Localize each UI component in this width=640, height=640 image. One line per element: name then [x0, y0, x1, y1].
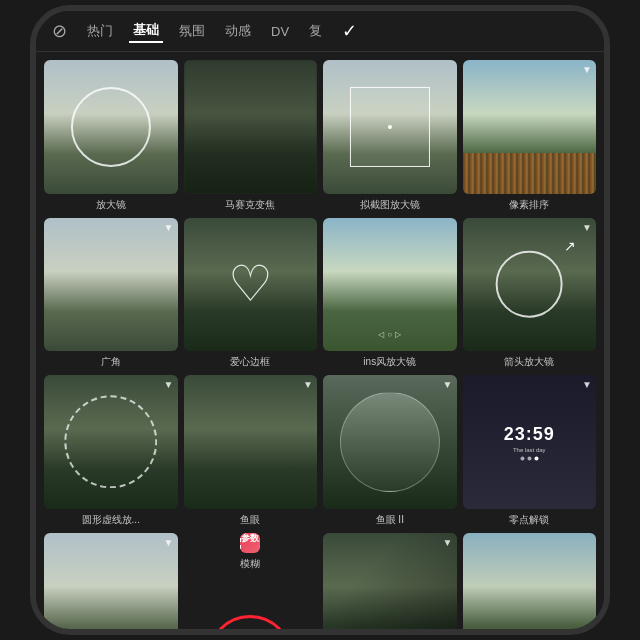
down-arrow-diagonal: ▼	[443, 537, 453, 548]
filter-ins-thumb: ◁ ○ ▷	[323, 218, 457, 352]
filter-fisheye-label: 鱼眼	[184, 513, 318, 527]
selected-indicator	[208, 615, 293, 629]
filter-mosaic-label: 马赛克变焦	[184, 198, 318, 212]
filter-fisheye2-thumb: ▼	[323, 375, 457, 509]
down-arrow-pixel: ▼	[582, 64, 592, 75]
clock-subtitle: The last day	[504, 446, 555, 452]
filter-watermark-block: 金符游戏 www.yikajinfu.com	[463, 533, 597, 630]
down-arrow-arrow: ▼	[582, 222, 592, 233]
clock-display: 23:59 The last day	[504, 423, 555, 460]
heart-icon: ♡	[228, 259, 273, 309]
filter-crop-magnify[interactable]: 拟截图放大镜	[323, 60, 457, 212]
filter-arrow[interactable]: ↗ ▼ 箭头放大镜	[463, 218, 597, 370]
filter-modou-wrapper: ⋮⋮ 调整参数 模糊	[184, 533, 318, 630]
modou-adjust-text: 调整参数	[240, 533, 260, 545]
filter-heart-thumb: ♡	[184, 218, 318, 352]
filter-circle-label: 圆形虚线放...	[44, 513, 178, 527]
filter-clock-thumb: 23:59 The last day ▼	[463, 375, 597, 509]
filter-arrow-label: 箭头放大镜	[463, 355, 597, 369]
filter-wide-thumb: ▼	[44, 218, 178, 352]
filter-ins[interactable]: ◁ ○ ▷ ins风放大镜	[323, 218, 457, 370]
tab-more[interactable]: 复	[305, 20, 326, 42]
tab-none[interactable]: ⊘	[52, 20, 67, 42]
filter-clock[interactable]: 23:59 The last day ▼ 零点解锁	[463, 375, 597, 527]
filter-wide-label: 广角	[44, 355, 178, 369]
clock-dot-2	[527, 456, 531, 460]
filter-arrow-thumb: ↗ ▼	[463, 218, 597, 352]
down-arrow-wide: ▼	[164, 222, 174, 233]
filter-modou[interactable]: ⋮⋮ 调整参数 模糊	[240, 533, 260, 571]
filter-mirror[interactable]: ▼ 镜像	[44, 533, 178, 630]
filter-fisheye2-label: 鱼眼 II	[323, 513, 457, 527]
filter-pixel-label: 像素排序	[463, 198, 597, 212]
tab-basic[interactable]: 基础	[129, 19, 163, 43]
tab-confirm[interactable]: ✓	[342, 20, 357, 42]
filter-fisheye2[interactable]: ▼ 鱼眼 II	[323, 375, 457, 527]
filter-magnify[interactable]: 放大镜	[44, 60, 178, 212]
filter-pixel[interactable]: ▼ 像素排序	[463, 60, 597, 212]
filter-circle-dashed-thumb: ▼	[44, 375, 178, 509]
clock-dot-3	[534, 456, 538, 460]
filter-magnify-label: 放大镜	[44, 198, 178, 212]
filter-pixel-thumb: ▼	[463, 60, 597, 194]
filter-fisheye-thumb: ▼	[184, 375, 318, 509]
clock-time: 23:59	[504, 423, 555, 444]
filter-clock-label: 零点解锁	[463, 513, 597, 527]
phone-frame: ⊘ 热门 基础 氛围 动感 DV 复 ✓ 放大镜	[30, 5, 610, 635]
filter-modou-label: 模糊	[240, 557, 260, 571]
filter-heart[interactable]: ♡ 爱心边框	[184, 218, 318, 370]
clock-dot-1	[520, 456, 524, 460]
tab-hot[interactable]: 热门	[83, 20, 117, 42]
filter-fisheye[interactable]: ▼ 鱼眼	[184, 375, 318, 527]
filter-mosaic-thumb	[184, 60, 318, 194]
clock-dots	[504, 456, 555, 460]
filter-diagonal[interactable]: ▼ 斜向模糊	[323, 533, 457, 630]
filter-magnify-thumb	[44, 60, 178, 194]
down-arrow-clock: ▼	[582, 379, 592, 390]
filter-tab-bar: ⊘ 热门 基础 氛围 动感 DV 复 ✓	[36, 11, 604, 52]
filter-ins-label: ins风放大镜	[323, 355, 457, 369]
down-arrow-mirror: ▼	[164, 537, 174, 548]
filter-mosaic[interactable]: 马赛克变焦	[184, 60, 318, 212]
filter-grid: 放大镜 马赛克变焦 拟截图放大镜	[36, 52, 604, 629]
filter-watermark-thumb: 金符游戏 www.yikajinfu.com	[463, 533, 597, 630]
down-arrow-fisheye: ▼	[303, 379, 313, 390]
tab-dynamic[interactable]: 动感	[221, 20, 255, 42]
down-arrow-fisheye2: ▼	[443, 379, 453, 390]
tab-atmosphere[interactable]: 氛围	[175, 20, 209, 42]
filter-crop-thumb	[323, 60, 457, 194]
filter-modou-thumb: ⋮⋮ 调整参数	[240, 533, 260, 553]
filter-crop-label: 拟截图放大镜	[323, 198, 457, 212]
filter-wide[interactable]: ▼ 广角	[44, 218, 178, 370]
tab-dv[interactable]: DV	[267, 22, 293, 41]
filter-diagonal-thumb: ▼	[323, 533, 457, 630]
filter-circle-dashed[interactable]: ▼ 圆形虚线放...	[44, 375, 178, 527]
filter-heart-label: 爱心边框	[184, 355, 318, 369]
down-arrow-circle: ▼	[164, 379, 174, 390]
filter-tabs: ⊘ 热门 基础 氛围 动感 DV 复 ✓	[52, 19, 588, 43]
filter-mirror-thumb: ▼	[44, 533, 178, 630]
